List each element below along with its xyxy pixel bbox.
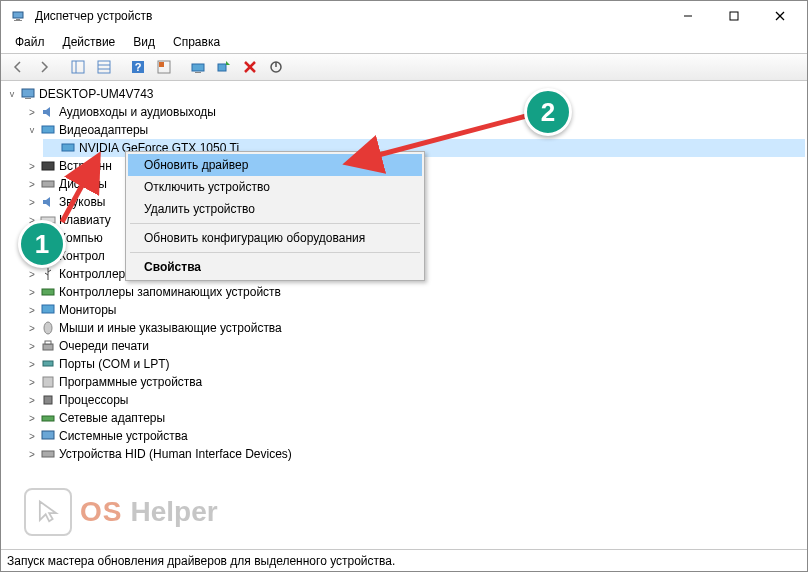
expand-icon[interactable] (25, 303, 39, 317)
tree-item-audio[interactable]: Аудиовходы и аудиовыходы (23, 103, 805, 121)
svg-rect-7 (72, 61, 84, 73)
svg-rect-4 (730, 12, 738, 20)
svg-rect-34 (43, 344, 53, 350)
svg-rect-36 (43, 361, 53, 366)
svg-rect-2 (14, 20, 22, 21)
port-icon (40, 356, 56, 372)
watermark: OS Helper (24, 488, 218, 536)
audio-icon (40, 104, 56, 120)
expand-icon[interactable] (25, 105, 39, 119)
context-menu-refresh[interactable]: Обновить конфигурацию оборудования (128, 227, 422, 249)
tree-item-monitors[interactable]: Мониторы (23, 301, 805, 319)
window-title: Диспетчер устройств (33, 9, 665, 23)
toolbar-separator (117, 55, 125, 79)
system-device-icon (40, 428, 56, 444)
tree-item-system[interactable]: Системные устройства (23, 427, 805, 445)
toolbar: ? (1, 53, 807, 81)
tree-item-video[interactable]: Видеоадаптеры (23, 121, 805, 139)
expand-icon[interactable] (25, 339, 39, 353)
close-button[interactable] (757, 1, 803, 31)
expand-icon[interactable] (5, 87, 19, 101)
expand-icon[interactable] (25, 285, 39, 299)
context-menu-remove[interactable]: Удалить устройство (128, 198, 422, 220)
expand-icon[interactable] (25, 267, 39, 281)
minimize-button[interactable] (665, 1, 711, 31)
svg-text:?: ? (135, 61, 142, 73)
titlebar: Диспетчер устройств (1, 1, 807, 31)
svg-rect-26 (42, 162, 54, 170)
expand-icon[interactable] (25, 159, 39, 173)
uninstall-button[interactable] (237, 55, 263, 79)
software-device-icon (40, 374, 56, 390)
svg-rect-0 (13, 12, 23, 18)
expand-icon[interactable] (25, 393, 39, 407)
tree-root[interactable]: DESKTOP-UM4V743 (3, 85, 805, 103)
menu-help[interactable]: Справка (165, 33, 228, 51)
tree-item-software-devices[interactable]: Программные устройства (23, 373, 805, 391)
tree-item-storage-controllers[interactable]: Контроллеры запоминающих устройств (23, 283, 805, 301)
annotation-badge-1: 1 (18, 220, 66, 268)
svg-rect-15 (159, 62, 164, 67)
svg-rect-17 (195, 72, 201, 73)
svg-rect-1 (16, 19, 20, 20)
svg-rect-32 (42, 305, 54, 313)
svg-rect-31 (42, 289, 54, 295)
expand-icon[interactable] (25, 357, 39, 371)
help-button[interactable]: ? (125, 55, 151, 79)
context-menu-update-driver[interactable]: Обновить драйвер (128, 154, 422, 176)
svg-rect-22 (22, 89, 34, 97)
toolbar-separator (177, 55, 185, 79)
context-menu-separator (130, 223, 420, 224)
show-hide-tree-button[interactable] (65, 55, 91, 79)
tree-item-ports[interactable]: Порты (COM и LPT) (23, 355, 805, 373)
expand-icon[interactable] (25, 411, 39, 425)
expand-icon[interactable] (25, 321, 39, 335)
sound-icon (40, 194, 56, 210)
svg-rect-24 (42, 126, 54, 133)
svg-rect-18 (218, 64, 226, 71)
expand-icon[interactable] (25, 375, 39, 389)
properties-button[interactable] (91, 55, 117, 79)
tree-item-network[interactable]: Сетевые адаптеры (23, 409, 805, 427)
display-adapter-icon (40, 122, 56, 138)
svg-rect-40 (42, 431, 54, 439)
device-manager-window: Диспетчер устройств Файл Действие Вид Сп… (0, 0, 808, 572)
tree-root-label: DESKTOP-UM4V743 (39, 87, 154, 101)
context-menu-separator (130, 252, 420, 253)
svg-rect-27 (42, 181, 54, 187)
toolbar-separator (57, 55, 65, 79)
view-button[interactable] (151, 55, 177, 79)
tree-item-print-queues[interactable]: Очереди печати (23, 337, 805, 355)
tree-item-hid[interactable]: Устройства HID (Human Interface Devices) (23, 445, 805, 463)
svg-rect-37 (43, 377, 53, 387)
expand-icon[interactable] (25, 177, 39, 191)
svg-point-33 (44, 322, 52, 334)
tree-item-processors[interactable]: Процессоры (23, 391, 805, 409)
expand-icon[interactable] (25, 123, 39, 137)
svg-rect-25 (62, 144, 74, 151)
maximize-button[interactable] (711, 1, 757, 31)
annotation-badge-2: 2 (524, 88, 572, 136)
menu-file[interactable]: Файл (7, 33, 53, 51)
menu-view[interactable]: Вид (125, 33, 163, 51)
expand-icon[interactable] (25, 447, 39, 461)
expand-icon[interactable] (25, 429, 39, 443)
tree-item-mice[interactable]: Мыши и иные указывающие устройства (23, 319, 805, 337)
context-menu-disable[interactable]: Отключить устройство (128, 176, 422, 198)
forward-button[interactable] (31, 55, 57, 79)
scan-hardware-button[interactable] (211, 55, 237, 79)
generic-device-icon (40, 158, 56, 174)
back-button[interactable] (5, 55, 31, 79)
disable-button[interactable] (263, 55, 289, 79)
context-menu: Обновить драйвер Отключить устройство Уд… (125, 151, 425, 281)
expand-icon[interactable] (25, 195, 39, 209)
svg-rect-38 (44, 396, 52, 404)
svg-rect-23 (25, 98, 31, 99)
update-driver-button[interactable] (185, 55, 211, 79)
context-menu-properties[interactable]: Свойства (128, 256, 422, 278)
statusbar-text: Запуск мастера обновления драйверов для … (7, 554, 395, 568)
hid-icon (40, 446, 56, 462)
storage-controller-icon (40, 284, 56, 300)
printer-icon (40, 338, 56, 354)
menu-action[interactable]: Действие (55, 33, 124, 51)
